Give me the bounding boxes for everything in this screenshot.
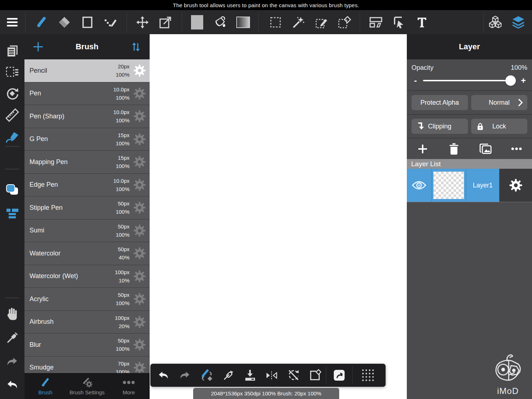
- opacity-decrease-button[interactable]: -: [411, 77, 419, 85]
- paint-bucket-icon[interactable]: [209, 12, 232, 32]
- redo-icon[interactable]: [4, 354, 20, 369]
- brush-item-smudge[interactable]: Smudge70px100%: [24, 357, 150, 373]
- opacity-slider-thumb[interactable]: [505, 76, 516, 86]
- save-icon[interactable]: [239, 369, 261, 381]
- flip-horizontal-icon[interactable]: [261, 371, 282, 380]
- add-layer-icon[interactable]: [407, 144, 438, 154]
- materials-cubes-icon[interactable]: [484, 12, 507, 32]
- drag-handle-icon[interactable]: [353, 369, 383, 382]
- brush-settings-gear-icon[interactable]: [129, 247, 150, 259]
- undo-icon[interactable]: [153, 371, 174, 380]
- hand-tool-icon[interactable]: [4, 306, 20, 322]
- toolbar-divider: [127, 13, 127, 32]
- lock-button[interactable]: Lock: [471, 119, 528, 134]
- sort-brushes-icon[interactable]: [129, 42, 142, 52]
- brush-settings-gear-icon[interactable]: [129, 133, 150, 145]
- brush-settings-gear-icon[interactable]: [129, 316, 150, 328]
- brush-item-pen-sharp[interactable]: Pen (Sharp)10.0px100%: [24, 105, 150, 128]
- brush-item-mapping-pen[interactable]: Mapping Pen15px100%: [24, 151, 150, 174]
- brush-item-pen[interactable]: Pen10.0px100%: [24, 82, 150, 105]
- brush-values: 50px100%: [103, 336, 129, 353]
- brush-settings-gear-icon[interactable]: [129, 201, 150, 214]
- ruler-icon[interactable]: [4, 107, 20, 123]
- brush-item-watercolor-wet[interactable]: Watercolor (Wet)100px10%: [24, 265, 150, 288]
- layer-visibility-icon[interactable]: [407, 169, 431, 202]
- brush-item-acrylic[interactable]: Acrylic50px100%: [24, 288, 150, 311]
- brush-item-stipple-pen[interactable]: Stipple Pen50px100%: [24, 196, 150, 219]
- duplicate-layer-icon[interactable]: [469, 143, 501, 155]
- brush-settings-gear-icon[interactable]: [129, 362, 150, 373]
- tab-brush-settings[interactable]: Brush Settings: [66, 373, 108, 399]
- watermark: iMoD: [488, 352, 528, 396]
- pages-icon[interactable]: [4, 43, 20, 59]
- fill-color-swatch-icon[interactable]: [186, 12, 209, 32]
- eyedropper-icon[interactable]: [4, 330, 20, 346]
- brush-size: 10.0px: [103, 108, 129, 116]
- blend-mode-button[interactable]: Normal: [471, 95, 528, 110]
- brush-item-blur[interactable]: Blur50px100%: [24, 334, 150, 357]
- brush-settings-gear-icon[interactable]: [129, 339, 150, 351]
- brush-item-edge-pen[interactable]: Edge Pen10.0px100%: [24, 174, 150, 197]
- rotate-reset-icon[interactable]: [4, 86, 20, 101]
- add-brush-icon[interactable]: [32, 41, 45, 52]
- delete-layer-icon[interactable]: [438, 143, 469, 155]
- color-swatch-icon[interactable]: [4, 182, 20, 198]
- eraser-tool-icon[interactable]: [53, 12, 76, 32]
- opacity-increase-button[interactable]: +: [519, 77, 527, 85]
- curve-snap-tool-icon[interactable]: [99, 12, 122, 32]
- brush-size: 15px: [103, 154, 129, 162]
- brush-item-g-pen[interactable]: G Pen15px100%: [24, 128, 150, 151]
- brush-settings-gear-icon[interactable]: [129, 179, 150, 191]
- brush-item-watercolor[interactable]: Watercolor50px40%: [24, 242, 150, 265]
- brush-eraser-toggle-icon[interactable]: [196, 369, 218, 382]
- layer-more-options-icon[interactable]: [501, 147, 532, 150]
- select-layout-icon[interactable]: [4, 64, 20, 80]
- move-tool-icon[interactable]: [131, 12, 154, 32]
- layer-row[interactable]: Layer1: [407, 169, 532, 202]
- select-move-icon[interactable]: [387, 12, 410, 32]
- tab-brush[interactable]: Brush: [24, 373, 66, 399]
- undo-icon[interactable]: [4, 377, 20, 393]
- brush-settings-gear-icon[interactable]: [129, 293, 150, 305]
- brush-item-pencil[interactable]: Pencil20px100%: [24, 59, 150, 82]
- layer-name[interactable]: Layer1: [466, 169, 499, 202]
- eyedropper-icon[interactable]: [218, 370, 239, 381]
- layer-thumbnail[interactable]: [431, 169, 466, 202]
- brush-item-sumi[interactable]: Sumi50px100%: [24, 219, 150, 242]
- menu-icon[interactable]: [0, 12, 24, 32]
- protect-alpha-button[interactable]: Protect Alpha: [411, 95, 468, 110]
- brush-settings-gear-icon[interactable]: [129, 87, 150, 100]
- brush-opacity: 100%: [103, 116, 129, 124]
- tab-more[interactable]: More: [108, 373, 150, 399]
- material-icon[interactable]: [326, 369, 352, 381]
- canvas[interactable]: 2048*1536px 350dpi 100% Brush: 20px 100%: [150, 34, 407, 399]
- lock-label: Lock: [492, 123, 506, 130]
- redo-icon[interactable]: [174, 371, 196, 380]
- select-pen-icon[interactable]: [310, 12, 333, 32]
- shape-tool-icon[interactable]: [76, 12, 99, 32]
- brush-list-icon[interactable]: [4, 206, 20, 222]
- brush-settings-gear-icon[interactable]: [129, 156, 150, 168]
- rotate-reset-icon[interactable]: [283, 369, 304, 381]
- layers-panel-icon[interactable]: [507, 12, 530, 32]
- brush-settings-gear-icon[interactable]: [129, 225, 150, 237]
- select-eraser-icon[interactable]: [333, 12, 356, 32]
- brush-settings-gear-icon[interactable]: [129, 110, 150, 122]
- text-tool-icon[interactable]: [410, 12, 433, 32]
- opacity-slider[interactable]: [423, 80, 516, 81]
- brush-item-airbrush[interactable]: Airbrush100px20%: [24, 311, 150, 334]
- gradient-icon[interactable]: [232, 12, 255, 32]
- clipping-button[interactable]: Clipping: [411, 119, 468, 134]
- clear-icon[interactable]: [304, 369, 326, 381]
- brush-name: Edge Pen: [24, 181, 103, 189]
- brush-size: 20px: [103, 62, 129, 71]
- layer-settings-gear-icon[interactable]: [499, 169, 532, 202]
- paint-material-icon[interactable]: [4, 130, 20, 145]
- transform-tool-icon[interactable]: [154, 12, 177, 32]
- magic-wand-icon[interactable]: [287, 12, 310, 32]
- panel-layout-icon[interactable]: [364, 12, 387, 32]
- brush-tool-icon[interactable]: [30, 12, 53, 32]
- brush-settings-gear-icon[interactable]: [129, 270, 150, 282]
- brush-settings-gear-icon[interactable]: [129, 64, 150, 77]
- select-rect-icon[interactable]: [264, 12, 287, 32]
